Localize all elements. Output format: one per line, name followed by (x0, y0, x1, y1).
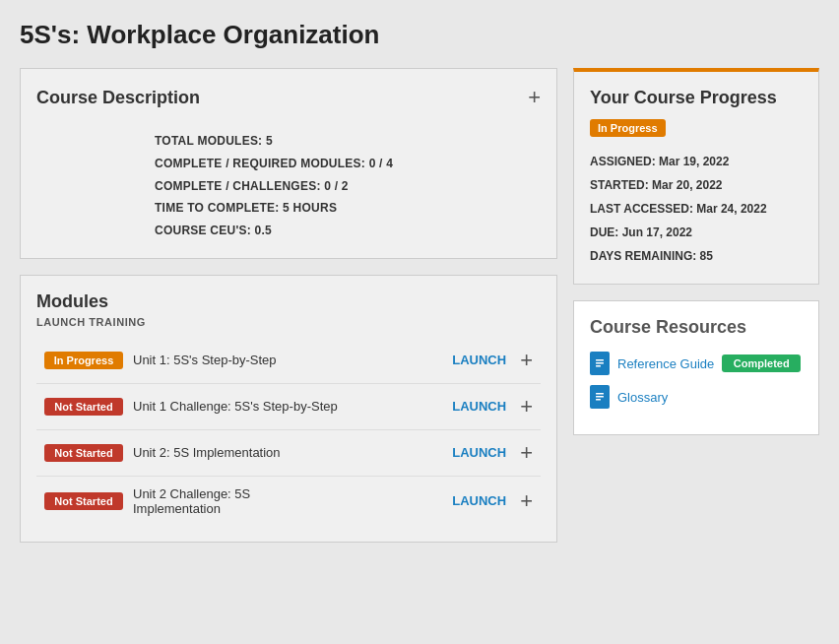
expand-module-button[interactable]: + (520, 394, 533, 419)
table-row: In Progress Unit 1: 5S's Step-by-Step LA… (36, 338, 541, 384)
modules-card: Modules LAUNCH TRAINING In Progress Unit… (20, 275, 557, 543)
module-list: In Progress Unit 1: 5S's Step-by-Step LA… (36, 338, 541, 526)
due-date: DUE: Jun 17, 2022 (590, 221, 803, 244)
list-item: Glossary (590, 385, 803, 409)
launch-link[interactable]: LAUNCH (452, 493, 506, 508)
main-layout: Course Description + TOTAL MODULES: 5 CO… (20, 68, 819, 543)
expand-module-button[interactable]: + (520, 348, 533, 373)
course-progress-card: Your Course Progress In Progress ASSIGNE… (573, 68, 819, 285)
course-description-card: Course Description + TOTAL MODULES: 5 CO… (20, 68, 557, 259)
expand-module-button[interactable]: + (520, 488, 533, 514)
status-badge: Not Started (44, 398, 123, 416)
course-stats: TOTAL MODULES: 5 COMPLETE / REQUIRED MOD… (36, 122, 541, 242)
launch-link[interactable]: LAUNCH (452, 399, 506, 414)
card-header: Course Description + (36, 85, 541, 110)
assigned-date: ASSIGNED: Mar 19, 2022 (590, 150, 803, 173)
status-badge: Not Started (44, 492, 123, 510)
stat-ceus: COURSE CEU'S: 0.5 (155, 220, 541, 242)
status-badge: Not Started (44, 444, 123, 462)
stat-complete-required: COMPLETE / REQUIRED MODULES: 0 / 4 (155, 153, 541, 175)
document-icon (590, 352, 610, 375)
launch-link[interactable]: LAUNCH (452, 445, 506, 460)
module-name: Unit 2 Challenge: 5SImplementation (133, 486, 442, 516)
svg-rect-6 (596, 396, 604, 398)
table-row: Not Started Unit 1 Challenge: 5S's Step-… (36, 384, 541, 430)
svg-rect-1 (596, 359, 604, 361)
course-resources-card: Course Resources Reference Guide Complet… (573, 300, 819, 435)
expand-module-button[interactable]: + (520, 440, 533, 466)
right-column: Your Course Progress In Progress ASSIGNE… (573, 68, 819, 543)
stat-total-modules: TOTAL MODULES: 5 (155, 130, 541, 153)
module-name: Unit 1: 5S's Step-by-Step (133, 353, 442, 367)
resource-completed-badge: Completed (722, 354, 801, 372)
expand-description-button[interactable]: + (528, 85, 541, 110)
glossary-link[interactable]: Glossary (617, 390, 668, 405)
svg-rect-5 (596, 393, 604, 395)
launch-training-label: LAUNCH TRAINING (36, 316, 541, 328)
table-row: Not Started Unit 2: 5S Implementation LA… (36, 430, 541, 477)
list-item: Reference Guide Completed (590, 352, 803, 375)
table-row: Not Started Unit 2 Challenge: 5SImplemen… (36, 477, 541, 526)
started-date: STARTED: Mar 20, 2022 (590, 173, 803, 197)
left-column: Course Description + TOTAL MODULES: 5 CO… (20, 68, 557, 543)
stat-complete-challenges: COMPLETE / CHALLENGES: 0 / 2 (155, 175, 541, 198)
module-name: Unit 2: 5S Implementation (133, 445, 442, 460)
stat-time-to-complete: TIME TO COMPLETE: 5 HOURS (155, 197, 541, 220)
progress-status-badge: In Progress (590, 119, 666, 137)
svg-rect-7 (596, 399, 601, 401)
document-icon (590, 385, 610, 409)
reference-guide-link[interactable]: Reference Guide (617, 356, 714, 371)
course-description-title: Course Description (36, 88, 200, 108)
page-title: 5S's: Workplace Organization (20, 20, 819, 50)
course-resources-title: Course Resources (590, 317, 803, 338)
last-accessed-date: LAST ACCESSED: Mar 24, 2022 (590, 197, 803, 221)
svg-rect-2 (596, 362, 604, 364)
modules-title: Modules (36, 291, 541, 312)
course-progress-title: Your Course Progress (590, 88, 803, 108)
progress-details: ASSIGNED: Mar 19, 2022 STARTED: Mar 20, … (590, 150, 803, 268)
days-remaining: DAYS REMAINING: 85 (590, 244, 803, 268)
module-name: Unit 1 Challenge: 5S's Step-by-Step (133, 399, 442, 414)
svg-rect-3 (596, 365, 601, 367)
status-badge: In Progress (44, 352, 123, 369)
launch-link[interactable]: LAUNCH (452, 353, 506, 367)
